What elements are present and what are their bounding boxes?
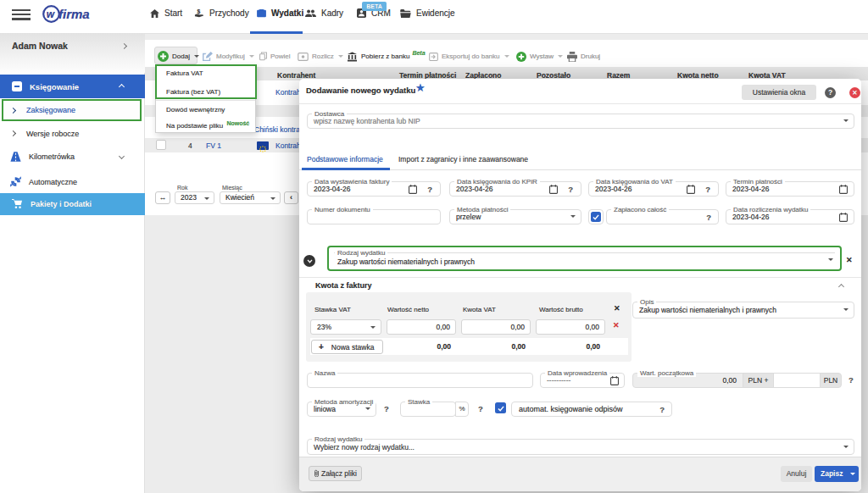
svg-text:firma: firma xyxy=(58,7,90,21)
svg-text:w: w xyxy=(47,8,55,20)
